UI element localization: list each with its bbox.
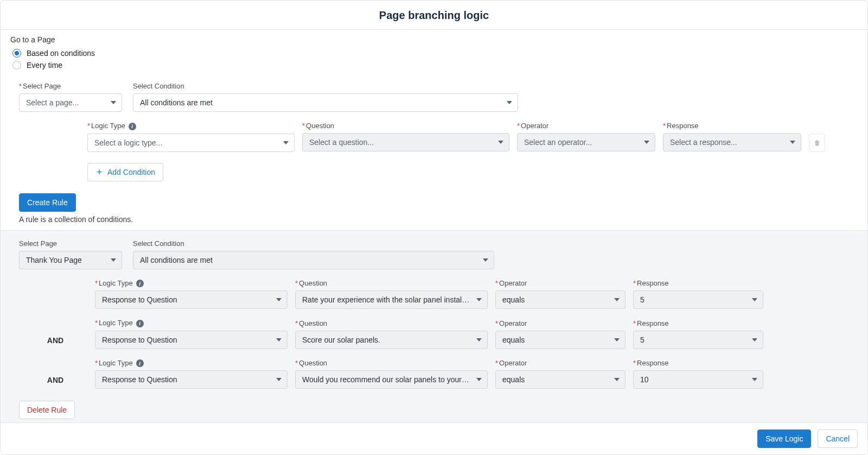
info-icon: i (136, 320, 144, 327)
delete-rule-button[interactable]: Delete Rule (19, 401, 75, 419)
logic-type-label: *Logic Typei (87, 122, 295, 130)
plus-icon: + (95, 168, 103, 176)
radio-every-time[interactable]: Every time (12, 59, 858, 71)
condition-row: *Logic Typei Select a logic type... *Que… (19, 122, 858, 152)
chevron-down-icon (644, 141, 649, 144)
go-to-heading: Go to a Page (10, 35, 858, 44)
chevron-down-icon (476, 338, 482, 342)
saved-select-condition-dropdown[interactable]: All conditions are met (133, 251, 494, 269)
chevron-down-icon (507, 101, 512, 104)
select-page-dropdown[interactable]: Select a page... (19, 93, 122, 112)
question-label: *Question (302, 122, 509, 130)
delete-condition-button[interactable] (809, 134, 825, 152)
chevron-down-icon (614, 298, 620, 301)
info-icon: i (129, 123, 136, 130)
chevron-down-icon (283, 141, 289, 144)
radio-label: Every time (27, 61, 62, 69)
trash-icon (813, 139, 821, 147)
chevron-down-icon (752, 298, 757, 301)
condition-builder: *Select Page Select a page... Select Con… (1, 79, 867, 181)
saved-logic-type-dropdown[interactable]: Response to Question (95, 370, 288, 389)
saved-response-dropdown[interactable]: 5 (633, 331, 763, 349)
logic-type-dropdown[interactable]: Select a logic type... (87, 134, 295, 152)
select-condition-dropdown[interactable]: All conditions are met (133, 93, 518, 112)
add-condition-button[interactable]: + Add Condition (87, 163, 163, 181)
response-label: *Response (663, 122, 801, 130)
response-dropdown[interactable]: Select a response... (663, 133, 801, 151)
radio-based-on-conditions[interactable]: Based on conditions (12, 47, 858, 59)
saved-condition-row: AND *Logic Typei Response to Question *Q… (19, 319, 858, 349)
chevron-down-icon (111, 101, 116, 104)
saved-question-dropdown[interactable]: Score our solar panels. (295, 331, 488, 349)
radio-icon (12, 61, 21, 69)
saved-select-page-dropdown[interactable]: Thank You Page (19, 251, 122, 269)
saved-question-dropdown[interactable]: Rate your experience with the solar pane… (295, 290, 488, 309)
saved-response-dropdown[interactable]: 10 (633, 370, 763, 389)
select-condition-label: Select Condition (133, 82, 518, 90)
dialog-footer: Save Logic Cancel (1, 422, 867, 454)
go-to-section: Go to a Page Based on conditions Every t… (1, 30, 867, 79)
question-dropdown[interactable]: Select a question... (302, 133, 509, 151)
save-logic-button[interactable]: Save Logic (757, 429, 811, 448)
chevron-down-icon (483, 258, 488, 262)
saved-select-condition-label: Select Condition (133, 239, 494, 248)
chevron-down-icon (752, 338, 757, 342)
create-rule-block: Create Rule A rule is a collection of co… (1, 193, 867, 231)
chevron-down-icon (476, 378, 482, 381)
and-label: AND (23, 376, 87, 389)
saved-operator-dropdown[interactable]: equals (495, 370, 626, 389)
chevron-down-icon (498, 141, 503, 144)
saved-question-dropdown[interactable]: Would you recommend our solar panels to … (295, 370, 488, 389)
radio-label: Based on conditions (27, 49, 95, 58)
chevron-down-icon (752, 378, 757, 381)
radio-icon (12, 49, 21, 58)
info-icon: i (136, 359, 144, 367)
chevron-down-icon (276, 378, 282, 381)
chevron-down-icon (476, 298, 482, 301)
chevron-down-icon (276, 338, 282, 342)
saved-rule: Select Page Thank You Page Select Condit… (1, 231, 867, 422)
saved-logic-type-dropdown[interactable]: Response to Question (95, 290, 288, 309)
create-rule-hint: A rule is a collection of conditions. (19, 215, 858, 224)
saved-condition-row: *Logic Typei Response to Question *Quest… (19, 279, 858, 309)
dialog-body: Go to a Page Based on conditions Every t… (1, 30, 867, 422)
dialog-window: Page branching logic Go to a Page Based … (0, 0, 868, 455)
saved-condition-row: AND *Logic Typei Response to Question *Q… (19, 359, 858, 389)
saved-operator-dropdown[interactable]: equals (495, 331, 626, 349)
create-rule-button[interactable]: Create Rule (19, 193, 76, 212)
and-label: AND (23, 336, 87, 349)
saved-select-page-label: Select Page (19, 239, 122, 248)
chevron-down-icon (111, 258, 116, 262)
chevron-down-icon (614, 378, 620, 381)
dialog-header: Page branching logic (1, 1, 867, 30)
saved-logic-type-dropdown[interactable]: Response to Question (95, 331, 288, 349)
operator-label: *Operator (517, 122, 655, 130)
operator-dropdown[interactable]: Select an operator... (517, 133, 655, 151)
select-page-label: *Select Page (19, 82, 122, 90)
info-icon: i (136, 280, 144, 287)
saved-operator-dropdown[interactable]: equals (495, 290, 626, 309)
chevron-down-icon (276, 298, 282, 301)
go-to-radio-group: Based on conditions Every time (12, 47, 858, 71)
page-title: Page branching logic (1, 9, 867, 22)
chevron-down-icon (790, 141, 795, 144)
cancel-button[interactable]: Cancel (818, 429, 858, 448)
saved-response-dropdown[interactable]: 5 (633, 290, 763, 309)
chevron-down-icon (614, 338, 620, 342)
